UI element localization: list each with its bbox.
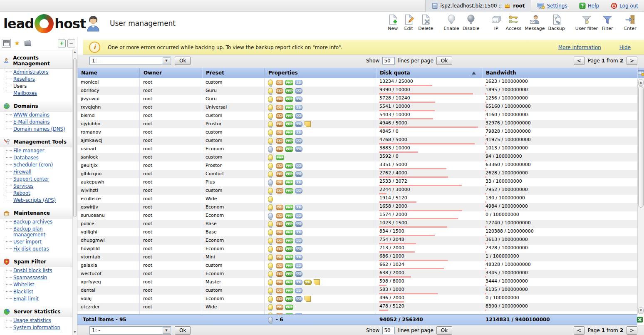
table-row[interactable]: romanovrootcustomCGIPHPSSI4845 / 079828 … xyxy=(77,128,637,136)
column-header-preset[interactable]: Preset xyxy=(202,68,265,78)
sidebar-link[interactable]: User import xyxy=(13,239,42,245)
sidebar-link[interactable]: Spamassassin xyxy=(13,275,47,280)
table-row[interactable]: usinartrootEconomCGIPHPSSI3883 / 1000010… xyxy=(77,145,637,153)
table-row[interactable]: galaxiarootcustomCGIPHPSSI662 / 10244832… xyxy=(77,261,637,270)
table-scrollbar[interactable]: ▲ ▼ xyxy=(637,68,644,314)
table-row[interactable]: vqiljqhirootBaseCGIPHPSSI834 / 150012038… xyxy=(77,228,637,236)
table-row[interactable]: gswirjjvrootEconomCGIPHPSSI1658 / 200049… xyxy=(77,203,637,211)
table-row[interactable]: geuitjixrootProstorCGIPHPSSI3351 / 50006… xyxy=(77,161,637,170)
table-row[interactable]: xprfyyeqrootMasterCGIPHPSSISSL598 / 8000… xyxy=(77,278,637,286)
enable-button[interactable]: Enable xyxy=(442,13,461,32)
scroll-down-icon[interactable]: ▼ xyxy=(638,307,644,314)
export-icon[interactable] xyxy=(637,316,643,323)
table-row[interactable]: dentalrootcustomCGIPHPSSI583 / 10006135 … xyxy=(77,286,637,295)
delete-button[interactable]: Delete xyxy=(416,13,435,32)
sidebar-link[interactable]: Usage statistics xyxy=(13,318,51,323)
list-view-tab[interactable] xyxy=(2,39,11,48)
sidebar-link[interactable]: Whitelist xyxy=(13,282,34,288)
sidebar-link[interactable]: Administrators xyxy=(13,69,48,75)
lines-ok-button[interactable]: Ok xyxy=(436,57,452,65)
column-header-name[interactable]: Name xyxy=(77,68,140,78)
scroll-down-icon[interactable]: ▼ xyxy=(73,329,77,335)
favorites-tab[interactable]: ★ xyxy=(12,39,22,48)
sidebar-item-mailboxes[interactable]: Mailboxes xyxy=(0,90,73,97)
user-filter-button[interactable]: User filter xyxy=(574,13,599,32)
sidebar-item-email-limit[interactable]: Email limit xyxy=(0,295,73,303)
filter-button[interactable]: Filter xyxy=(599,13,615,32)
quick-filter-select[interactable]: 1: - ▼ xyxy=(89,326,171,335)
table-row[interactable]: aukepuwhrootPlusCGIPHPSSI2533 / 307233 /… xyxy=(77,178,637,186)
column-header-disk-quota[interactable]: Disk quota xyxy=(376,68,482,78)
prev-page-button[interactable]: < xyxy=(574,57,585,65)
table-row[interactable]: wlvlhztlrootcustomCGIPHPSSI2244 / 300007… xyxy=(77,186,637,195)
table-row[interactable]: suruceanurootEconomCGIPHPSSI1574 / 20000… xyxy=(77,211,637,220)
enter-button[interactable]: Enter xyxy=(622,13,638,32)
sidebar-link[interactable]: System information xyxy=(13,325,60,330)
table-row[interactable]: saniockrootcustomPHP3592 / 094 / 1000000… xyxy=(77,153,637,161)
ip-button[interactable]: IP xyxy=(488,13,504,32)
table-row[interactable]: policerootBaseCGIPHPSSI1023 / 150012740 … xyxy=(77,220,637,228)
table-row[interactable]: CGIPHPSSI xyxy=(77,311,637,314)
table-row[interactable]: dhupgmwirootEconomCGIPHPSSI754 / 2048361… xyxy=(77,236,637,245)
sidebar-link[interactable]: Email limit xyxy=(13,296,39,302)
table-row[interactable]: jivyuwuirootGuruCGIPHPSSI5728 / 10240125… xyxy=(77,95,637,103)
sidebar-item-domain-names-dns[interactable]: Domain names (DNS) xyxy=(0,126,73,133)
table-row[interactable]: obrifocyrootGuruCGIPHPSSI9390 / 10000189… xyxy=(77,87,637,95)
filter-ok-button[interactable]: Ok xyxy=(175,326,191,335)
scrollbar-thumb[interactable] xyxy=(73,58,77,217)
table-row[interactable]: bismdrootcustomCGIPHPSSI5403 / 100004160… xyxy=(77,112,637,120)
sidebar-item-web-scripts-aps[interactable]: Web-scripts (APS) xyxy=(0,197,73,204)
sidebar-link[interactable]: Dnsbl block lists xyxy=(13,268,52,273)
sidebar-link[interactable]: E-Mail domains xyxy=(13,119,50,125)
column-header-owner[interactable]: Owner xyxy=(140,68,202,78)
table-row[interactable]: rxvqjqhnrootUniversalCGIPHPSSI5541 / 100… xyxy=(77,103,637,112)
sidebar-link[interactable]: Services xyxy=(13,183,34,189)
table-row[interactable]: glhkcqnorootComfortCGIPHPSSI2762 / 40002… xyxy=(77,170,637,178)
table-row[interactable]: vtorntabrootMiniCGIPHPSSI686 / 10001 / 1… xyxy=(77,253,637,261)
lines-per-page-input[interactable] xyxy=(382,327,395,334)
table-row[interactable]: howpllldrootEconomCGIPHPSSI713 / 2000232… xyxy=(77,245,637,253)
logout-link[interactable]: Log out xyxy=(611,2,638,9)
table-row[interactable]: ujybibhorootProstorCGIPHPSSI4946 / 50003… xyxy=(77,120,637,128)
sidebar-link[interactable]: Firewall xyxy=(13,169,31,175)
sidebar-link[interactable]: Domain names (DNS) xyxy=(13,126,65,132)
table-row[interactable]: ajmkawcjrootcustomCGIPHPSSI4768 / 500041… xyxy=(77,136,637,145)
sidebar-link[interactable]: Mailboxes xyxy=(13,90,37,96)
scroll-up-icon[interactable]: ▲ xyxy=(638,79,644,86)
column-header-properties[interactable]: Properties xyxy=(265,68,376,78)
filter-ok-button[interactable]: Ok xyxy=(175,57,191,65)
sidebar-link[interactable]: Scheduler (cron) xyxy=(13,162,53,168)
sidebar-link[interactable]: Reboot xyxy=(13,190,30,196)
help-link[interactable]: Help xyxy=(579,2,599,9)
scrollbar-thumb[interactable] xyxy=(638,86,644,208)
lines-per-page-input[interactable] xyxy=(382,57,395,65)
sidebar-link[interactable]: Fix disk quotas xyxy=(13,246,49,252)
sidebar-link[interactable]: Databases xyxy=(13,155,39,161)
settings-link[interactable]: Settings xyxy=(537,2,567,9)
lines-ok-button[interactable]: Ok xyxy=(436,326,452,335)
column-settings-button[interactable] xyxy=(638,68,644,78)
table-row[interactable]: eculbscerootWide1914 / 5120130 / 1000000… xyxy=(77,195,637,203)
table-row[interactable]: monicolrootcustomCGIPHPSSI13234 / 250001… xyxy=(77,78,637,87)
sidebar-link[interactable]: Backup archives xyxy=(13,219,52,225)
sidebar-link[interactable]: Support center xyxy=(13,176,49,182)
sidebar-link[interactable]: WWW domains xyxy=(13,112,50,118)
sidebar-link[interactable]: Backup plan management xyxy=(13,226,45,238)
access-button[interactable]: Access xyxy=(504,13,523,32)
table-row[interactable]: wectucotrootEconomCGIPHPSSI638 / 2000334… xyxy=(77,270,637,278)
more-information-link[interactable]: More information xyxy=(558,45,601,50)
expand-all-button[interactable]: + xyxy=(58,40,66,47)
next-page-button[interactable]: > xyxy=(627,326,637,335)
new-button[interactable]: New xyxy=(385,13,401,32)
prev-page-button[interactable]: < xyxy=(574,326,585,335)
message-button[interactable]: Message xyxy=(523,13,546,32)
next-page-button[interactable]: > xyxy=(627,57,637,65)
briefcase-tab[interactable] xyxy=(23,39,32,48)
sidebar-link[interactable]: Blacklist xyxy=(13,289,33,295)
backup-button[interactable]: Backup xyxy=(547,13,567,32)
column-header-bandwidth[interactable]: Bandwidth xyxy=(482,68,637,78)
collapse-all-button[interactable]: − xyxy=(67,40,75,47)
sidebar-scrollbar[interactable]: ▲ ▼ xyxy=(72,49,77,335)
hide-banner-link[interactable]: Hide xyxy=(619,45,631,50)
disable-button[interactable]: Disable xyxy=(461,13,481,32)
